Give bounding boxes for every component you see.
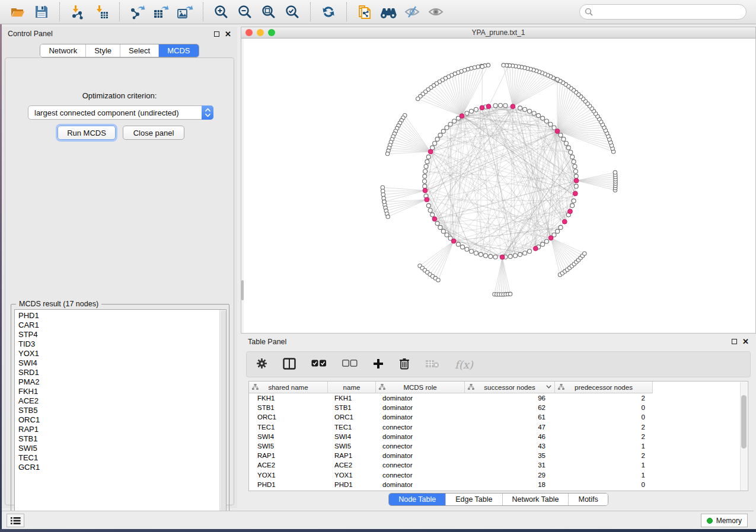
network-window-title: YPA_prune.txt_1 — [241, 28, 755, 37]
table-row[interactable]: SWI5SWI5connector431 — [249, 441, 740, 451]
mcds-result-item[interactable]: TEC1 — [18, 453, 220, 463]
tab-style[interactable]: Style — [85, 44, 120, 57]
columns-icon — [283, 358, 296, 370]
table-row[interactable]: FKH1FKH1dominator962 — [249, 393, 740, 403]
open-session-button[interactable] — [6, 2, 30, 21]
tab-network[interactable]: Network — [40, 44, 85, 57]
optimization-criterion-select[interactable]: largest connected component (undirected) — [28, 105, 213, 120]
mcds-result-item[interactable]: YOX1 — [18, 349, 220, 358]
tab-motifs[interactable]: Motifs — [568, 493, 607, 505]
float-panel-icon[interactable] — [732, 339, 737, 344]
close-panel-icon[interactable]: ✕ — [742, 339, 749, 344]
search-icon — [585, 8, 594, 17]
import-table-button[interactable] — [90, 2, 113, 21]
table-row[interactable]: SWI4SWI4dominator462 — [249, 432, 740, 441]
table-row[interactable]: RAP1RAP1dominator352 — [249, 451, 740, 460]
binoculars-button[interactable] — [377, 2, 400, 21]
table-settings-button[interactable] — [256, 358, 267, 371]
mcds-result-item[interactable]: RAP1 — [18, 425, 220, 434]
create-column-button[interactable] — [373, 358, 384, 371]
zoom-fit-button[interactable] — [257, 2, 280, 21]
close-panel-button[interactable]: Close panel — [123, 126, 184, 140]
table-cell: 43 — [465, 443, 555, 450]
tab-node-table[interactable]: Node Table — [389, 493, 445, 505]
tab-edge-table[interactable]: Edge Table — [445, 493, 502, 505]
table-cell: connector — [376, 462, 465, 469]
mcds-result-item[interactable]: PMA2 — [18, 377, 220, 387]
export-table-button[interactable] — [149, 2, 173, 21]
mcds-result-list[interactable]: PHD1CAR1STP4TID3YOX1SWI4SRD1PMA2FKH1ACE2… — [15, 310, 220, 520]
table-cell: dominator — [376, 452, 465, 459]
table-row[interactable]: PHD1PHD1dominator180 — [249, 480, 740, 489]
memory-label: Memory — [716, 517, 742, 525]
deselect-all-rows-button[interactable] — [342, 360, 358, 369]
mcds-result-item[interactable]: SRD1 — [18, 368, 220, 377]
mcds-result-item[interactable]: FKH1 — [18, 387, 220, 396]
mcds-result-item[interactable]: STB5 — [18, 406, 220, 415]
document-share-button[interactable] — [353, 2, 377, 21]
main-toolbar — [0, 0, 756, 24]
mcds-result-item[interactable]: CAR1 — [18, 321, 220, 330]
table-row[interactable]: ORC1ORC1dominator610 — [249, 412, 740, 422]
table-cell: dominator — [376, 414, 465, 421]
function-builder-disabled: f(x) — [455, 358, 473, 371]
mcds-result-item[interactable]: STP4 — [18, 330, 220, 339]
checked-boxes-icon — [311, 360, 327, 367]
mcds-result-item[interactable]: GCR1 — [18, 463, 220, 472]
close-panel-icon[interactable]: ✕ — [225, 31, 231, 37]
network-search-field[interactable] — [579, 4, 747, 20]
column-header-MCDS-role[interactable]: MCDS role — [376, 382, 465, 393]
zoom-in-button[interactable] — [209, 2, 233, 21]
export-network-button[interactable] — [126, 2, 149, 21]
run-mcds-button[interactable]: Run MCDS — [58, 126, 116, 140]
export-image-button[interactable] — [173, 2, 197, 21]
table-row[interactable]: TEC1TEC1connector472 — [249, 422, 740, 432]
apply-layout-icon — [321, 4, 336, 20]
table-row[interactable]: STB1STB1dominator620 — [249, 403, 740, 412]
table-scrollbar[interactable] — [740, 382, 747, 491]
table-cell: 35 — [465, 452, 555, 459]
network-left-scrollbar[interactable] — [241, 39, 244, 333]
eye-hide-button[interactable] — [400, 2, 424, 21]
control-panel: Control Panel ✕ NetworkStyleSelectMCDS O… — [2, 27, 237, 508]
mcds-result-item[interactable]: PHD1 — [18, 311, 220, 321]
search-input[interactable] — [594, 6, 746, 18]
delete-column-button[interactable] — [399, 357, 410, 371]
column-header-successor-nodes[interactable]: successor nodes — [465, 382, 555, 393]
mcds-result-item[interactable]: STB1 — [18, 434, 220, 444]
column-header-shared-name[interactable]: shared name — [249, 382, 328, 393]
table-cell: connector — [376, 424, 465, 431]
control-panel-title: Control Panel — [8, 30, 53, 38]
tab-mcds[interactable]: MCDS — [158, 44, 198, 57]
zoom-out-button[interactable] — [233, 2, 257, 21]
zoom-selected-button[interactable] — [280, 2, 304, 21]
mcds-result-item[interactable]: ACE2 — [18, 396, 220, 406]
table-panel: Table Panel ✕ — [241, 335, 756, 508]
tab-network-table[interactable]: Network Table — [502, 493, 569, 505]
task-history-button[interactable] — [7, 514, 24, 527]
eye-show-button[interactable] — [424, 2, 448, 21]
select-all-rows-button[interactable] — [311, 360, 327, 369]
apply-layout-button[interactable] — [317, 2, 340, 21]
column-header-name[interactable]: name — [328, 382, 376, 393]
table-cell: 96 — [465, 395, 555, 402]
float-panel-icon[interactable] — [214, 31, 219, 37]
network-canvas[interactable] — [241, 39, 755, 333]
mcds-result-item[interactable]: ORC1 — [18, 415, 220, 425]
table-row[interactable]: YOX1YOX1connector291 — [249, 470, 740, 480]
table-cell: 31 — [465, 462, 555, 469]
save-session-button[interactable] — [30, 2, 53, 21]
table-cell: TEC1 — [328, 424, 376, 431]
mcds-result-item[interactable]: SWI4 — [18, 358, 220, 368]
table-cell: SWI5 — [328, 443, 376, 450]
tab-select[interactable]: Select — [120, 44, 158, 57]
show-column-panel-button[interactable] — [283, 358, 296, 371]
import-network-button[interactable] — [66, 2, 90, 21]
mcds-list-scrollbar[interactable] — [219, 310, 226, 520]
table-row[interactable]: ACE2ACE2connector311 — [249, 460, 740, 470]
memory-button[interactable]: Memory — [701, 514, 748, 527]
network-window-titlebar[interactable]: YPA_prune.txt_1 — [241, 27, 755, 39]
mcds-result-item[interactable]: SWI5 — [18, 444, 220, 453]
column-header-predecessor-nodes[interactable]: predecessor nodes — [555, 382, 653, 393]
mcds-result-item[interactable]: TID3 — [18, 339, 220, 349]
